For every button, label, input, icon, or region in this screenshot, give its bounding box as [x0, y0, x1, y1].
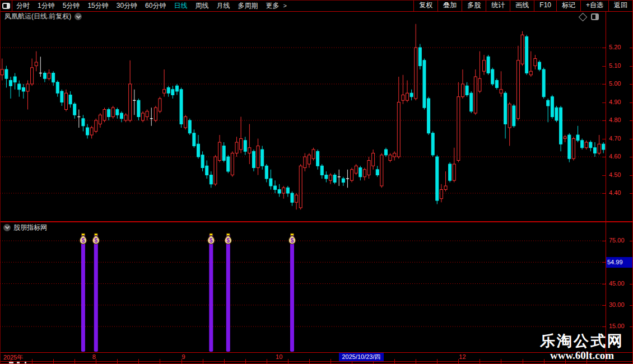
- candle-20: [86, 124, 89, 139]
- candle-122: [521, 31, 524, 66]
- menu-period-8[interactable]: 月线: [212, 0, 234, 11]
- candle-5: [22, 84, 25, 99]
- top-menubar: 分时1分钟5分钟15分钟30分钟60分钟日线周线月线多周期更多> 复权叠加多股统…: [0, 0, 633, 11]
- collapse-main-pane-icon[interactable]: [75, 13, 82, 20]
- svg-text:$: $: [226, 237, 230, 244]
- month-label-1: 9: [182, 353, 185, 360]
- candle-43: [184, 115, 187, 129]
- candle-76: [325, 171, 328, 183]
- candle-21: [90, 126, 93, 139]
- candle-118: [504, 91, 507, 139]
- candle-72: [308, 153, 310, 168]
- menu-period-3[interactable]: 15分钟: [83, 0, 112, 11]
- menu-action-6[interactable]: 标记: [557, 0, 581, 11]
- cursor-date-box: 2025/10/23/四: [339, 353, 384, 361]
- sidebar-toggle-icon[interactable]: [0, 0, 12, 11]
- candle-34: [146, 110, 148, 121]
- menu-action-2[interactable]: 多股: [462, 0, 486, 11]
- candle-33: [142, 111, 145, 123]
- candle-4: [18, 81, 21, 97]
- menu-period-6[interactable]: 日线: [170, 0, 191, 11]
- indicator-title: 股朋指标网: [13, 223, 47, 232]
- indicator-pane[interactable]: $$$$$: [0, 222, 606, 353]
- candle-77: [329, 173, 332, 184]
- bottom-strip-fragment-2: [25, 362, 26, 363]
- signal-bar-3: $: [225, 234, 231, 352]
- menu-action-3[interactable]: 统计: [486, 0, 510, 11]
- candle-13: [56, 81, 59, 97]
- candle-78: [333, 173, 336, 184]
- menu-period-1[interactable]: 1分钟: [34, 0, 59, 11]
- candle-96: [410, 90, 413, 101]
- candle-121: [516, 46, 519, 120]
- candle-132: [564, 135, 566, 142]
- candle-0: [1, 59, 3, 81]
- bottom-strip-fragment-1: [17, 362, 20, 363]
- candle-141: [602, 142, 605, 153]
- collapse-indicator-pane-icon[interactable]: [3, 224, 11, 231]
- candlestick-pane[interactable]: [0, 11, 606, 221]
- money-bag-icon: $: [225, 234, 231, 244]
- candle-116: [495, 78, 498, 90]
- menu-action-4[interactable]: 画线: [510, 0, 534, 11]
- signal-bar-2: $: [208, 234, 215, 352]
- candle-62: [265, 164, 268, 183]
- menu-period-4[interactable]: 30分钟: [113, 0, 141, 11]
- menu-action-0[interactable]: 复权: [414, 0, 438, 11]
- menu-period-9[interactable]: 多周期: [234, 0, 262, 11]
- candle-91: [389, 153, 392, 162]
- candle-100: [427, 97, 430, 135]
- candle-88: [376, 166, 379, 177]
- candle-37: [159, 97, 161, 113]
- candle-68: [291, 192, 294, 206]
- candle-14: [60, 90, 63, 106]
- candle-58: [248, 124, 251, 165]
- split-pane-icon[interactable]: [591, 13, 599, 20]
- candle-53: [227, 155, 230, 174]
- candle-22: [95, 119, 97, 133]
- candle-49: [210, 171, 212, 188]
- candle-73: [312, 148, 315, 161]
- price-label-6: 4.60: [609, 153, 630, 160]
- candle-90: [384, 148, 387, 157]
- more-arrow-icon[interactable]: >: [283, 2, 286, 9]
- candle-107: [457, 82, 460, 162]
- candle-111: [474, 69, 477, 115]
- candle-60: [257, 139, 259, 175]
- candle-69: [295, 193, 298, 209]
- candle-84: [359, 166, 362, 180]
- menu-period-10[interactable]: 更多: [262, 0, 283, 11]
- candle-44: [188, 119, 191, 135]
- candle-112: [478, 52, 481, 94]
- candle-105: [449, 162, 452, 183]
- svg-text:$: $: [291, 237, 294, 244]
- candle-134: [572, 137, 575, 160]
- svg-text:$: $: [210, 237, 213, 244]
- candle-3: [13, 73, 16, 90]
- border-right-inner: [606, 11, 606, 362]
- menu-action-7[interactable]: +自选: [581, 0, 609, 11]
- candle-126: [538, 60, 541, 72]
- menu-period-0[interactable]: 分时: [12, 0, 34, 11]
- menu-period-2[interactable]: 5分钟: [59, 0, 84, 11]
- pane-corner-icons: [580, 12, 606, 21]
- candle-24: [103, 108, 106, 122]
- candle-32: [137, 99, 140, 120]
- menu-action-5[interactable]: F10: [534, 0, 557, 11]
- candle-36: [154, 106, 157, 122]
- candle-8: [35, 52, 38, 72]
- candle-123: [525, 35, 528, 75]
- menu-action-1[interactable]: 叠加: [438, 0, 462, 11]
- month-label-2: 10: [276, 353, 282, 360]
- candle-109: [466, 82, 468, 97]
- menu-period-5[interactable]: 60分钟: [141, 0, 170, 11]
- price-label-2: 5.00: [609, 80, 630, 87]
- menu-period-7[interactable]: 周线: [191, 0, 212, 11]
- candle-89: [380, 153, 383, 188]
- price-label-8: 4.40: [609, 189, 630, 196]
- candle-83: [355, 164, 357, 175]
- candle-15: [64, 90, 67, 111]
- diamond-marker-icon[interactable]: [579, 12, 588, 21]
- menu-action-8[interactable]: 返回: [609, 0, 632, 11]
- candle-113: [483, 55, 486, 75]
